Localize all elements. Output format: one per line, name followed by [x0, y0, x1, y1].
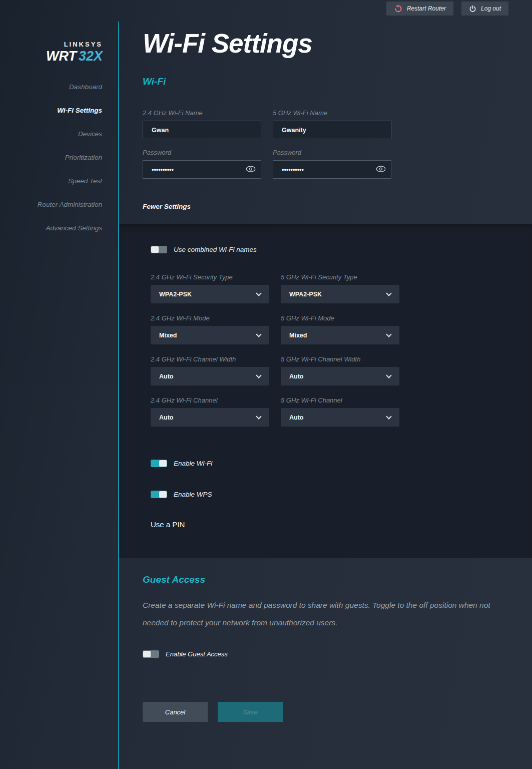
toggle-knob: [151, 246, 159, 253]
toggle-knob: [143, 651, 151, 657]
enable-wifi-toggle[interactable]: [151, 460, 167, 467]
sidebar-item-advanced-settings[interactable]: Advanced Settings: [0, 216, 118, 240]
sidebar-item-router-administration[interactable]: Router Administration: [0, 193, 118, 216]
sidebar-divider: [118, 22, 119, 769]
restart-router-button[interactable]: Restart Router: [386, 2, 453, 16]
wifi-name-5-input[interactable]: [273, 121, 391, 139]
security-type-24-label: 2.4 GHz Wi-Fi Security Type: [151, 273, 269, 281]
chevron-down-icon: [386, 290, 391, 296]
logout-button[interactable]: Log out: [461, 2, 508, 16]
chevron-down-icon: [256, 290, 261, 296]
enable-guest-access-toggle[interactable]: [143, 650, 159, 658]
wifi-select-grid: 2.4 GHz Wi-Fi Security Type WPA2-PSK 5 G…: [151, 273, 532, 427]
channel-24-select[interactable]: Auto: [151, 408, 269, 427]
toggle-knob: [159, 460, 167, 467]
channel-width-5-select[interactable]: Auto: [281, 367, 399, 386]
enable-wifi-row: Enable Wi-Fi: [151, 460, 532, 467]
sidebar-item-devices[interactable]: Devices: [0, 122, 118, 146]
logo-brand-text: LINKSYS: [0, 41, 103, 48]
chevron-down-icon: [256, 372, 261, 378]
eye-icon: [245, 165, 256, 174]
power-icon: [469, 5, 476, 13]
logout-label: Log out: [481, 5, 501, 12]
combined-names-row: Use combined Wi-Fi names: [151, 246, 532, 253]
topbar: Restart Router Log out: [386, 2, 508, 16]
main-content: Wi-Fi Settings Wi-Fi 2.4 GHz Wi-Fi Name …: [119, 0, 532, 722]
enable-wps-label: Enable WPS: [174, 491, 212, 498]
wifi-mode-24-select[interactable]: Mixed: [151, 326, 269, 344]
password-5-reveal-button[interactable]: [372, 162, 389, 177]
chevron-down-icon: [386, 372, 391, 378]
chevron-down-icon: [386, 331, 391, 337]
wifi-password-row: Password Password: [143, 139, 532, 179]
wifi-mode-5-select[interactable]: Mixed: [281, 326, 399, 344]
security-type-24-select[interactable]: WPA2-PSK: [151, 285, 269, 303]
guest-access-section: Guest Access Create a separate Wi-Fi nam…: [119, 558, 532, 722]
channel-5-label: 5 GHz Wi-Fi Channel: [281, 397, 399, 404]
sidebar-item-dashboard[interactable]: Dashboard: [0, 75, 118, 99]
advanced-wifi-panel: Use combined Wi-Fi names 2.4 GHz Wi-Fi S…: [119, 224, 532, 558]
wifi-name-24-label: 2.4 GHz Wi-Fi Name: [143, 109, 261, 117]
security-type-5-label: 5 GHz Wi-Fi Security Type: [281, 273, 399, 281]
enable-guest-access-label: Enable Guest Access: [166, 650, 228, 658]
wifi-name-row: 2.4 GHz Wi-Fi Name 5 GHz Wi-Fi Name: [143, 87, 532, 139]
channel-width-5-label: 5 GHz Wi-Fi Channel Width: [281, 355, 399, 363]
save-button[interactable]: Save: [218, 702, 283, 722]
eye-icon: [375, 165, 386, 174]
sidebar: LINKSYS WRT32X Dashboard Wi-Fi Settings …: [0, 0, 118, 240]
password-24-reveal-button[interactable]: [242, 162, 259, 177]
security-type-5-select[interactable]: WPA2-PSK: [281, 285, 399, 303]
enable-guest-access-row: Enable Guest Access: [143, 650, 532, 658]
guest-access-description: Create a separate Wi-Fi name and passwor…: [143, 596, 511, 631]
channel-width-24-select[interactable]: Auto: [151, 367, 269, 386]
sidebar-item-speed-test[interactable]: Speed Test: [0, 169, 118, 193]
wifi-name-24-input[interactable]: [143, 121, 261, 139]
toggle-knob: [159, 491, 167, 498]
chevron-down-icon: [256, 414, 261, 419]
enable-wifi-label: Enable Wi-Fi: [174, 460, 212, 467]
form-actions: Cancel Save: [143, 702, 532, 722]
wifi-mode-5-label: 5 GHz Wi-Fi Mode: [281, 314, 399, 322]
restart-router-label: Restart Router: [407, 5, 446, 12]
combined-names-toggle[interactable]: [151, 246, 167, 253]
cancel-button[interactable]: Cancel: [143, 702, 208, 722]
linksys-logo: LINKSYS WRT32X: [0, 41, 118, 64]
sidebar-nav: Dashboard Wi-Fi Settings Devices Priorit…: [0, 75, 118, 240]
wifi-mode-24-label: 2.4 GHz Wi-Fi Mode: [151, 314, 269, 322]
sidebar-item-prioritization[interactable]: Prioritization: [0, 146, 118, 169]
password-5-label: Password: [273, 149, 391, 156]
combined-names-label: Use combined Wi-Fi names: [174, 246, 257, 253]
logo-model-text: WRT32X: [0, 49, 103, 64]
password-24-label: Password: [143, 149, 261, 156]
wifi-section-header: Wi-Fi: [143, 76, 532, 87]
chevron-down-icon: [256, 331, 261, 337]
wifi-name-5-label: 5 GHz Wi-Fi Name: [273, 109, 391, 117]
channel-24-label: 2.4 GHz Wi-Fi Channel: [151, 397, 269, 404]
guest-access-header: Guest Access: [143, 574, 532, 585]
fewer-settings-link[interactable]: Fewer Settings: [143, 203, 191, 210]
use-a-pin-link[interactable]: Use a PIN: [151, 520, 185, 529]
chevron-down-icon: [386, 414, 391, 419]
restart-icon: [394, 5, 402, 13]
enable-wps-toggle[interactable]: [151, 491, 167, 498]
sidebar-item-wifi-settings[interactable]: Wi-Fi Settings: [0, 99, 118, 122]
channel-5-select[interactable]: Auto: [281, 408, 399, 427]
enable-wps-row: Enable WPS: [151, 491, 532, 498]
channel-width-24-label: 2.4 GHz Wi-Fi Channel Width: [151, 355, 269, 363]
